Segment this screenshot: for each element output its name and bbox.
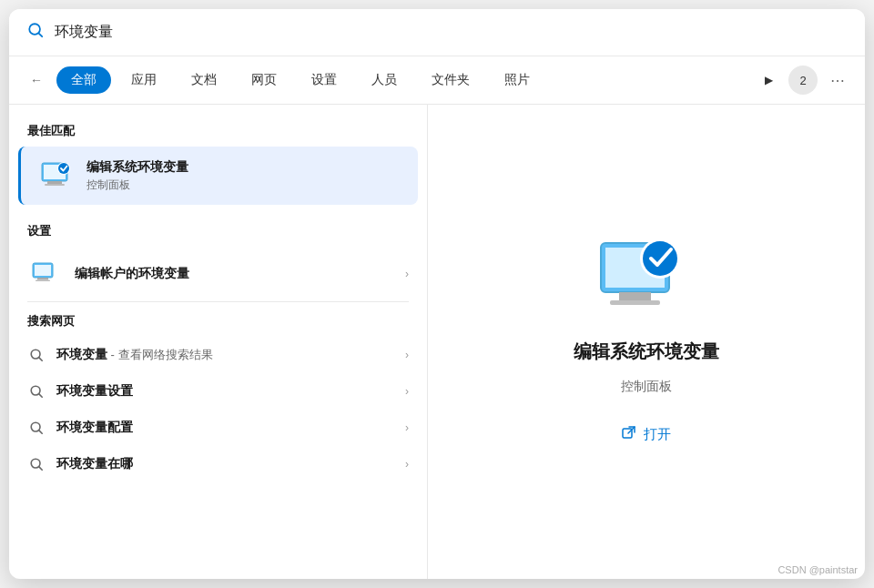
result-count-badge: 2 xyxy=(788,66,818,95)
chevron-icon-web-3: › xyxy=(405,458,409,471)
best-match-icon xyxy=(39,157,76,194)
web-item-highlight-1: 环境变量设置 xyxy=(56,383,133,398)
svg-rect-10 xyxy=(37,278,48,280)
chevron-icon-web-1: › xyxy=(405,385,409,398)
play-button[interactable]: ▶ xyxy=(754,66,783,95)
svg-line-17 xyxy=(39,431,43,434)
web-item-highlight-0: 环境变量 xyxy=(56,347,107,361)
web-item-1[interactable]: 环境变量设置 › xyxy=(9,373,427,410)
svg-line-19 xyxy=(39,467,43,471)
watermark: CSDN @paintstar xyxy=(777,564,858,575)
best-match-item[interactable]: 编辑系统环境变量 控制面板 xyxy=(18,147,418,205)
tab-all[interactable]: 全部 xyxy=(56,66,111,94)
right-panel: 编辑系统环境变量 控制面板 打开 xyxy=(428,105,865,579)
web-search-icon-0 xyxy=(27,346,46,364)
setting-item-title-0: 编辑帐户的环境变量 xyxy=(75,266,189,282)
right-panel-subtitle: 控制面板 xyxy=(621,379,672,395)
web-search-icon-3 xyxy=(27,455,46,473)
svg-rect-22 xyxy=(619,292,651,300)
tab-people[interactable]: 人员 xyxy=(357,66,412,94)
svg-point-25 xyxy=(643,241,677,276)
tab-web[interactable]: 网页 xyxy=(237,66,291,94)
svg-point-7 xyxy=(58,163,69,174)
divider xyxy=(27,301,409,302)
tab-photos[interactable]: 照片 xyxy=(490,66,544,94)
more-icon: ⋯ xyxy=(830,72,845,89)
web-item-3[interactable]: 环境变量在哪 › xyxy=(9,446,427,482)
best-match-subtitle: 控制面板 xyxy=(86,177,188,193)
web-search-icon-1 xyxy=(27,382,46,400)
setting-item-0[interactable]: 编辑帐户的环境变量 › xyxy=(9,247,427,301)
svg-line-15 xyxy=(39,394,43,398)
chevron-icon-web-0: › xyxy=(405,349,409,361)
best-match-section-title: 最佳匹配 xyxy=(9,119,427,147)
web-item-text-2: 环境变量配置 xyxy=(56,420,133,436)
back-icon: ← xyxy=(30,73,43,87)
web-item-0[interactable]: 环境变量 - 查看网络搜索结果 › xyxy=(9,337,427,373)
right-panel-icon xyxy=(592,234,701,325)
best-match-title: 编辑系统环境变量 xyxy=(86,159,188,176)
more-button[interactable]: ⋯ xyxy=(823,66,852,95)
open-button[interactable]: 打开 xyxy=(607,419,686,451)
search-bar xyxy=(9,9,865,56)
right-panel-title: 编辑系统环境变量 xyxy=(574,340,719,364)
svg-rect-9 xyxy=(35,265,51,276)
settings-section: 设置 编辑帐户的环境变量 › xyxy=(9,219,427,301)
svg-line-13 xyxy=(39,358,43,361)
web-search-icon-2 xyxy=(27,419,46,437)
filter-tabs: ← 全部 应用 文档 网页 设置 人员 文件夹 照片 ▶ 2 ⋯ xyxy=(9,56,865,105)
web-item-2[interactable]: 环境变量配置 › xyxy=(9,410,427,446)
svg-rect-4 xyxy=(47,181,62,184)
chevron-icon-0: › xyxy=(405,268,409,280)
play-icon: ▶ xyxy=(765,74,773,86)
web-item-highlight-3: 环境变量在哪 xyxy=(56,456,133,471)
open-icon xyxy=(622,426,636,443)
setting-item-icon xyxy=(27,256,64,292)
open-label: 打开 xyxy=(644,426,671,443)
tab-apps[interactable]: 应用 xyxy=(117,66,171,94)
svg-rect-5 xyxy=(45,184,65,186)
web-item-sub-0: - 查看网络搜索结果 xyxy=(107,348,213,361)
web-item-text-3: 环境变量在哪 xyxy=(56,456,133,472)
web-item-text-1: 环境变量设置 xyxy=(56,383,133,400)
main-content: 最佳匹配 编辑系统环境变量 xyxy=(9,105,865,579)
web-search-section: 搜索网页 环境变量 - 查看网络搜索结果 › xyxy=(9,309,427,482)
search-panel: ← 全部 应用 文档 网页 设置 人员 文件夹 照片 ▶ 2 ⋯ 最佳匹配 xyxy=(9,9,865,579)
web-item-highlight-2: 环境变量配置 xyxy=(56,420,133,434)
svg-rect-11 xyxy=(36,280,50,282)
back-button[interactable]: ← xyxy=(22,66,51,95)
chevron-icon-web-2: › xyxy=(405,421,409,434)
tab-settings[interactable]: 设置 xyxy=(297,66,351,94)
best-match-text: 编辑系统环境变量 控制面板 xyxy=(86,159,188,193)
search-input[interactable] xyxy=(55,25,847,41)
svg-rect-23 xyxy=(610,300,660,305)
tab-folders[interactable]: 文件夹 xyxy=(417,66,484,94)
web-item-text-0: 环境变量 - 查看网络搜索结果 xyxy=(56,347,213,363)
web-section-title: 搜索网页 xyxy=(9,309,427,337)
left-panel: 最佳匹配 编辑系统环境变量 xyxy=(9,105,428,579)
tab-docs[interactable]: 文档 xyxy=(177,66,231,94)
svg-line-1 xyxy=(39,34,43,37)
settings-section-title: 设置 xyxy=(9,219,427,247)
search-icon xyxy=(27,22,44,43)
